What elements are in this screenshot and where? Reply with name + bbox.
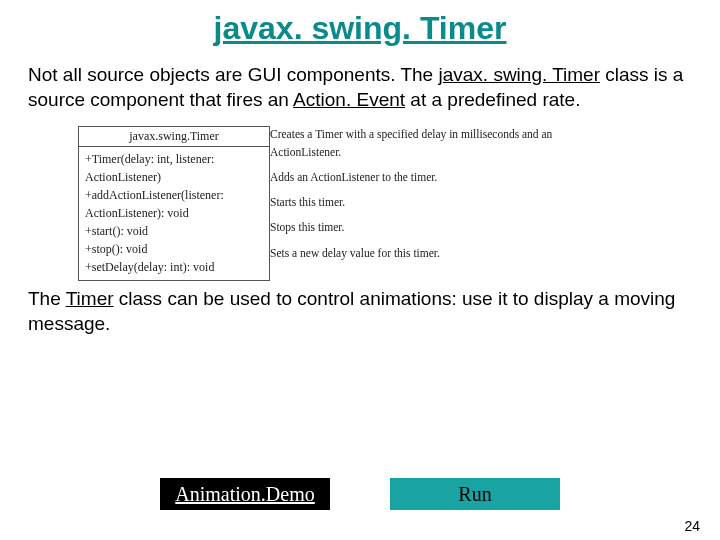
uml-member: +setDelay(delay: int): void: [85, 258, 263, 276]
intro-paragraph: Not all source objects are GUI component…: [28, 63, 692, 112]
uml-desc: Stops this timer.: [270, 219, 610, 236]
uml-members: +Timer(delay: int, listener: ActionListe…: [79, 147, 269, 280]
uml-desc: Starts this timer.: [270, 194, 610, 211]
uml-class-name: javax.swing.Timer: [79, 127, 269, 147]
text: The: [28, 288, 66, 309]
uml-diagram: javax.swing.Timer +Timer(delay: int, lis…: [78, 126, 692, 281]
animation-demo-button[interactable]: Animation.Demo: [160, 478, 330, 510]
uml-member: +start(): void: [85, 222, 263, 240]
class-ref-timer-short: Timer: [66, 288, 114, 309]
slide: javax. swing. Timer Not all source objec…: [0, 0, 720, 540]
usage-paragraph: The Timer class can be used to control a…: [28, 287, 692, 336]
uml-desc: Creates a Timer with a specified delay i…: [270, 126, 610, 161]
slide-title: javax. swing. Timer: [28, 10, 692, 47]
uml-member: +Timer(delay: int, listener: ActionListe…: [85, 150, 263, 186]
button-row: Animation.Demo Run: [0, 478, 720, 510]
text: class can be used to control animations:…: [28, 288, 675, 334]
uml-desc: Adds an ActionListener to the timer.: [270, 169, 610, 186]
button-label: Animation.Demo: [175, 483, 314, 506]
page-number: 24: [684, 518, 700, 534]
uml-descriptions: Creates a Timer with a specified delay i…: [270, 126, 610, 281]
uml-class-box: javax.swing.Timer +Timer(delay: int, lis…: [78, 126, 270, 281]
text: at a predefined rate.: [405, 89, 580, 110]
button-label: Run: [458, 483, 491, 506]
run-button[interactable]: Run: [390, 478, 560, 510]
text: Not all source objects are GUI component…: [28, 64, 438, 85]
class-ref-actionevent: Action. Event: [293, 89, 405, 110]
class-ref-timer: javax. swing. Timer: [438, 64, 600, 85]
uml-member: +stop(): void: [85, 240, 263, 258]
uml-member: +addActionListener(listener: ActionListe…: [85, 186, 263, 222]
uml-desc: Sets a new delay value for this timer.: [270, 245, 610, 262]
